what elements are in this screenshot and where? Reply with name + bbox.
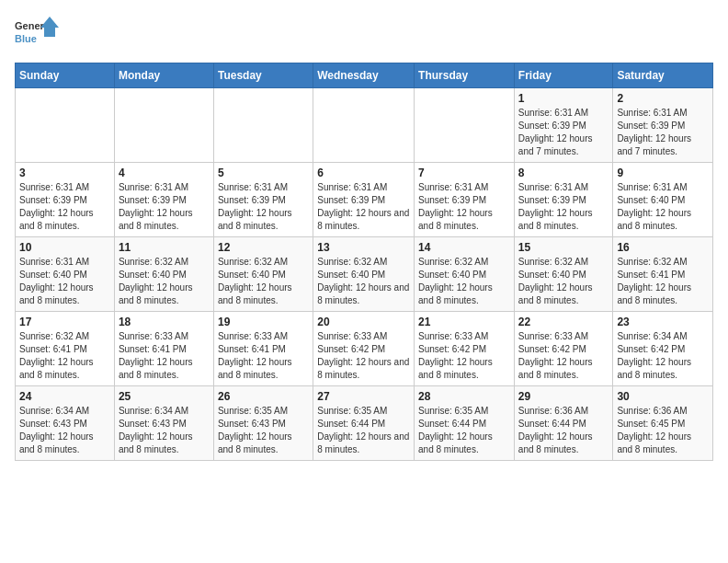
header-monday: Monday (114, 63, 213, 88)
day-info: Sunrise: 6:36 AM Sunset: 6:44 PM Dayligh… (518, 405, 609, 456)
day-cell: 28Sunrise: 6:35 AM Sunset: 6:44 PM Dayli… (415, 386, 515, 461)
day-number: 7 (418, 167, 510, 179)
day-cell: 30Sunrise: 6:36 AM Sunset: 6:45 PM Dayli… (613, 386, 713, 461)
day-cell: 15Sunrise: 6:32 AM Sunset: 6:40 PM Dayli… (514, 237, 613, 312)
day-number: 11 (119, 241, 210, 254)
day-info: Sunrise: 6:33 AM Sunset: 6:41 PM Dayligh… (218, 330, 309, 382)
day-cell: 12Sunrise: 6:32 AM Sunset: 6:40 PM Dayli… (213, 237, 313, 312)
day-number: 24 (19, 390, 110, 403)
day-cell: 4Sunrise: 6:31 AM Sunset: 6:39 PM Daylig… (114, 163, 213, 237)
day-info: Sunrise: 6:31 AM Sunset: 6:39 PM Dayligh… (518, 181, 609, 233)
day-number: 28 (418, 390, 510, 403)
day-info: Sunrise: 6:31 AM Sunset: 6:39 PM Dayligh… (317, 181, 410, 233)
day-cell: 2Sunrise: 6:31 AM Sunset: 6:39 PM Daylig… (613, 88, 713, 163)
day-info: Sunrise: 6:31 AM Sunset: 6:39 PM Dayligh… (518, 107, 609, 158)
day-number: 25 (119, 390, 210, 403)
logo-svg: General Blue (15, 15, 61, 52)
day-number: 2 (617, 92, 709, 105)
day-info: Sunrise: 6:35 AM Sunset: 6:44 PM Dayligh… (418, 405, 510, 456)
day-info: Sunrise: 6:31 AM Sunset: 6:39 PM Dayligh… (418, 181, 510, 233)
day-number: 19 (218, 316, 309, 328)
day-info: Sunrise: 6:34 AM Sunset: 6:43 PM Dayligh… (19, 405, 110, 456)
day-number: 9 (617, 167, 709, 179)
day-cell: 25Sunrise: 6:34 AM Sunset: 6:43 PM Dayli… (114, 386, 213, 461)
day-cell (16, 88, 115, 163)
day-number: 20 (317, 316, 410, 328)
day-info: Sunrise: 6:31 AM Sunset: 6:39 PM Dayligh… (19, 181, 110, 233)
day-info: Sunrise: 6:33 AM Sunset: 6:42 PM Dayligh… (518, 330, 609, 382)
calendar: SundayMondayTuesdayWednesdayThursdayFrid… (15, 63, 713, 461)
day-cell: 19Sunrise: 6:33 AM Sunset: 6:41 PM Dayli… (213, 312, 313, 386)
day-info: Sunrise: 6:32 AM Sunset: 6:40 PM Dayligh… (119, 256, 210, 307)
day-cell: 7Sunrise: 6:31 AM Sunset: 6:39 PM Daylig… (415, 163, 515, 237)
day-cell: 1Sunrise: 6:31 AM Sunset: 6:39 PM Daylig… (514, 88, 613, 163)
page-header: General Blue (15, 15, 713, 52)
day-number: 21 (418, 316, 510, 328)
day-cell: 24Sunrise: 6:34 AM Sunset: 6:43 PM Dayli… (16, 386, 115, 461)
day-number: 26 (218, 390, 309, 403)
day-number: 27 (317, 390, 410, 403)
day-info: Sunrise: 6:32 AM Sunset: 6:40 PM Dayligh… (518, 256, 609, 307)
header-tuesday: Tuesday (213, 63, 313, 88)
day-info: Sunrise: 6:33 AM Sunset: 6:42 PM Dayligh… (317, 330, 410, 382)
day-info: Sunrise: 6:31 AM Sunset: 6:40 PM Dayligh… (19, 256, 110, 307)
day-cell: 29Sunrise: 6:36 AM Sunset: 6:44 PM Dayli… (514, 386, 613, 461)
day-cell: 13Sunrise: 6:32 AM Sunset: 6:40 PM Dayli… (313, 237, 415, 312)
day-cell (114, 88, 213, 163)
day-info: Sunrise: 6:32 AM Sunset: 6:40 PM Dayligh… (317, 256, 410, 307)
day-info: Sunrise: 6:36 AM Sunset: 6:45 PM Dayligh… (617, 405, 709, 456)
day-info: Sunrise: 6:35 AM Sunset: 6:44 PM Dayligh… (317, 405, 410, 456)
day-info: Sunrise: 6:31 AM Sunset: 6:39 PM Dayligh… (218, 181, 309, 233)
day-cell: 21Sunrise: 6:33 AM Sunset: 6:42 PM Dayli… (415, 312, 515, 386)
day-cell: 8Sunrise: 6:31 AM Sunset: 6:39 PM Daylig… (514, 163, 613, 237)
logo: General Blue (15, 15, 61, 52)
day-cell (313, 88, 415, 163)
day-cell: 6Sunrise: 6:31 AM Sunset: 6:39 PM Daylig… (313, 163, 415, 237)
day-number: 29 (518, 390, 609, 403)
week-row-1: 1Sunrise: 6:31 AM Sunset: 6:39 PM Daylig… (16, 88, 713, 163)
day-cell: 22Sunrise: 6:33 AM Sunset: 6:42 PM Dayli… (514, 312, 613, 386)
day-info: Sunrise: 6:33 AM Sunset: 6:42 PM Dayligh… (418, 330, 510, 382)
day-cell: 11Sunrise: 6:32 AM Sunset: 6:40 PM Dayli… (114, 237, 213, 312)
day-cell: 23Sunrise: 6:34 AM Sunset: 6:42 PM Dayli… (613, 312, 713, 386)
day-number: 18 (119, 316, 210, 328)
day-cell: 9Sunrise: 6:31 AM Sunset: 6:40 PM Daylig… (613, 163, 713, 237)
week-row-2: 3Sunrise: 6:31 AM Sunset: 6:39 PM Daylig… (16, 163, 713, 237)
day-cell (213, 88, 313, 163)
week-row-5: 24Sunrise: 6:34 AM Sunset: 6:43 PM Dayli… (16, 386, 713, 461)
day-info: Sunrise: 6:32 AM Sunset: 6:41 PM Dayligh… (19, 330, 110, 382)
day-cell: 18Sunrise: 6:33 AM Sunset: 6:41 PM Dayli… (114, 312, 213, 386)
day-cell: 10Sunrise: 6:31 AM Sunset: 6:40 PM Dayli… (16, 237, 115, 312)
day-number: 14 (418, 241, 510, 254)
day-number: 13 (317, 241, 410, 254)
day-cell (415, 88, 515, 163)
day-cell: 3Sunrise: 6:31 AM Sunset: 6:39 PM Daylig… (16, 163, 115, 237)
day-info: Sunrise: 6:34 AM Sunset: 6:43 PM Dayligh… (119, 405, 210, 456)
day-number: 6 (317, 167, 410, 179)
day-number: 30 (617, 390, 709, 403)
day-number: 5 (218, 167, 309, 179)
header-wednesday: Wednesday (313, 63, 415, 88)
day-cell: 5Sunrise: 6:31 AM Sunset: 6:39 PM Daylig… (213, 163, 313, 237)
week-row-4: 17Sunrise: 6:32 AM Sunset: 6:41 PM Dayli… (16, 312, 713, 386)
day-number: 12 (218, 241, 309, 254)
day-info: Sunrise: 6:31 AM Sunset: 6:39 PM Dayligh… (119, 181, 210, 233)
day-cell: 27Sunrise: 6:35 AM Sunset: 6:44 PM Dayli… (313, 386, 415, 461)
day-cell: 14Sunrise: 6:32 AM Sunset: 6:40 PM Dayli… (415, 237, 515, 312)
day-number: 16 (617, 241, 709, 254)
header-friday: Friday (514, 63, 613, 88)
header-sunday: Sunday (16, 63, 115, 88)
day-info: Sunrise: 6:31 AM Sunset: 6:40 PM Dayligh… (617, 181, 709, 233)
header-saturday: Saturday (613, 63, 713, 88)
week-row-3: 10Sunrise: 6:31 AM Sunset: 6:40 PM Dayli… (16, 237, 713, 312)
day-cell: 16Sunrise: 6:32 AM Sunset: 6:41 PM Dayli… (613, 237, 713, 312)
day-number: 23 (617, 316, 709, 328)
day-info: Sunrise: 6:34 AM Sunset: 6:42 PM Dayligh… (617, 330, 709, 382)
day-cell: 26Sunrise: 6:35 AM Sunset: 6:43 PM Dayli… (213, 386, 313, 461)
svg-text:Blue: Blue (15, 33, 37, 44)
calendar-header-row: SundayMondayTuesdayWednesdayThursdayFrid… (16, 63, 713, 88)
day-number: 4 (119, 167, 210, 179)
day-info: Sunrise: 6:32 AM Sunset: 6:41 PM Dayligh… (617, 256, 709, 307)
day-number: 10 (19, 241, 110, 254)
day-cell: 20Sunrise: 6:33 AM Sunset: 6:42 PM Dayli… (313, 312, 415, 386)
